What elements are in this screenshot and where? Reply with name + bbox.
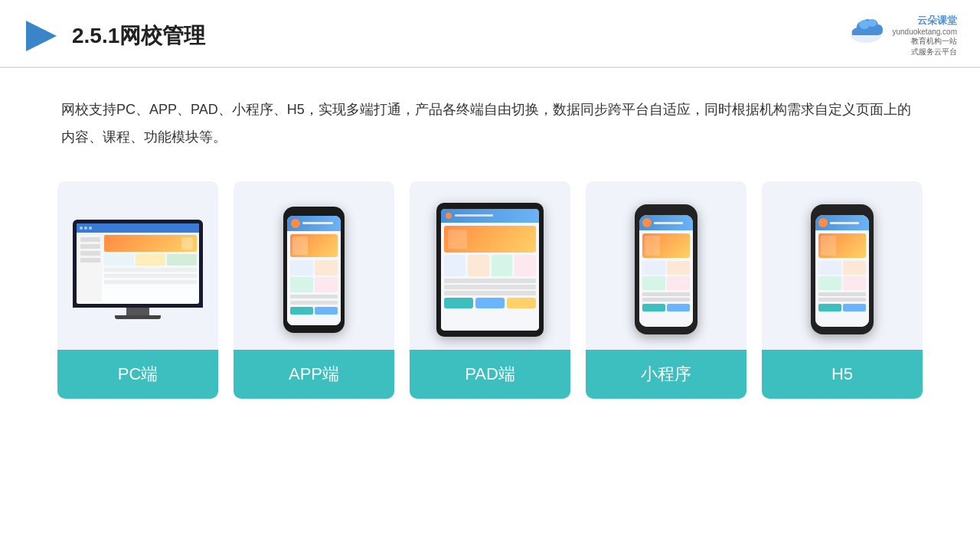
logo-brand: 云朵课堂 (917, 14, 957, 28)
card-label-miniprogram: 小程序 (586, 350, 746, 399)
card-h5: H5 (762, 181, 923, 399)
logo-area: 云朵课堂 yunduoketang.com 教育机构一站 式服务云平台 (846, 14, 957, 57)
logo-text-block: 云朵课堂 yunduoketang.com 教育机构一站 式服务云平台 (892, 14, 957, 57)
card-image-h5 (762, 181, 923, 350)
cards-container: PC端 (0, 166, 980, 422)
logo-slogan: 教育机构一站 式服务云平台 (911, 36, 957, 57)
pc-monitor-mockup (73, 220, 203, 319)
card-image-pad (410, 181, 570, 350)
card-label-pc: PC端 (57, 350, 218, 399)
card-app: APP端 (234, 181, 394, 399)
page-title: 2.5.1网校管理 (72, 21, 205, 51)
card-pc: PC端 (57, 181, 218, 399)
mini-phone-mockup-2 (811, 204, 874, 334)
phone-mockup-app (283, 207, 345, 333)
description-text: 网校支持PC、APP、PAD、小程序、H5，实现多端打通，产品各终端自由切换，数… (0, 68, 980, 166)
card-image-app (234, 181, 394, 350)
card-label-pad: PAD端 (410, 350, 570, 399)
header-left: 2.5.1网校管理 (23, 18, 205, 54)
card-pad: PAD端 (410, 181, 570, 399)
card-label-app: APP端 (234, 350, 394, 399)
cloud-logo-icon (846, 14, 886, 44)
svg-point-3 (867, 19, 877, 27)
card-image-miniprogram (586, 181, 746, 350)
card-miniprogram: 小程序 (586, 181, 746, 399)
svg-marker-0 (26, 21, 57, 51)
card-image-pc (57, 181, 218, 350)
card-label-h5: H5 (762, 350, 923, 399)
tablet-mockup-pad (436, 203, 544, 337)
play-icon (23, 18, 60, 54)
header: 2.5.1网校管理 云朵课堂 yunduoketang.com 教育机构一站 式… (0, 0, 980, 68)
logo-url: yunduoketang.com (892, 28, 957, 36)
mini-phone-mockup-1 (635, 204, 697, 334)
